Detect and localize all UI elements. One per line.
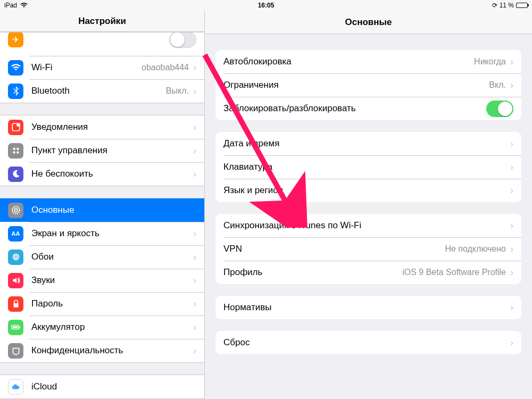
profile-label: Профиль: [223, 267, 402, 278]
profile-value: iOS 9 Beta Software Profile: [402, 268, 506, 277]
password-label: Пароль: [31, 298, 193, 309]
row-autolock[interactable]: Автоблокировка Никогда ›: [215, 50, 521, 73]
chevron-icon: ›: [193, 146, 196, 155]
svg-point-5: [16, 151, 19, 154]
svg-point-16: [15, 348, 16, 349]
language-label: Язык и регион: [223, 185, 510, 196]
row-airplane-partial[interactable]: ✈: [0, 32, 204, 56]
gear-icon: [8, 203, 23, 218]
chevron-icon: ›: [193, 299, 196, 309]
svg-point-1: [16, 123, 20, 127]
detail-title: Основные: [205, 11, 532, 34]
svg-rect-12: [13, 303, 18, 307]
row-general[interactable]: Основные: [0, 198, 204, 222]
bluetooth-value: Выкл.: [166, 86, 189, 96]
autolock-value: Никогда: [474, 57, 506, 66]
chevron-icon: ›: [510, 139, 513, 148]
chevron-icon: ›: [193, 322, 196, 332]
battery-icon: [8, 320, 23, 335]
svg-point-11: [14, 254, 17, 260]
device-label: iPad: [4, 2, 17, 9]
chevron-icon: ›: [193, 122, 196, 132]
chevron-icon: ›: [510, 186, 513, 195]
row-reset[interactable]: Сброс ›: [215, 331, 521, 354]
chevron-icon: ›: [510, 162, 513, 172]
lock-unlock-toggle[interactable]: [486, 101, 513, 117]
chevron-icon: ›: [510, 268, 513, 277]
sounds-icon: [8, 273, 23, 288]
wallpaper-icon: [8, 250, 23, 265]
privacy-label: Конфиденциальность: [31, 345, 193, 356]
control-center-label: Пункт управления: [31, 145, 193, 156]
chevron-icon: ›: [510, 57, 513, 66]
row-itunes-wifi-sync[interactable]: Синхронизация с iTunes по Wi-Fi ›: [215, 214, 521, 237]
airplane-toggle[interactable]: [169, 32, 196, 48]
wifi-icon: [20, 3, 28, 8]
bluetooth-label: Bluetooth: [31, 86, 166, 96]
row-wifi[interactable]: Wi-Fi obaobab444 ›: [0, 56, 204, 79]
svg-point-3: [16, 147, 19, 150]
settings-sidebar: Настройки ✈ Wi-Fi obaobab444 › Bluetooth: [0, 11, 205, 399]
svg-point-2: [13, 147, 15, 150]
general-label: Основные: [31, 205, 196, 215]
svg-point-8: [13, 254, 19, 260]
vpn-label: VPN: [223, 244, 445, 254]
row-profile[interactable]: Профиль iOS 9 Beta Software Profile ›: [215, 261, 521, 284]
row-datetime[interactable]: Дата и время ›: [215, 132, 521, 155]
control-center-icon: [8, 143, 23, 159]
lock-icon: [8, 296, 23, 312]
vpn-value: Не подключено: [445, 244, 506, 254]
bluetooth-icon: [8, 84, 23, 99]
row-regulatory[interactable]: Нормативы ›: [215, 296, 521, 319]
wifi-value: obaobab444: [142, 63, 189, 72]
row-display[interactable]: AA Экран и яркость ›: [0, 222, 204, 245]
row-control-center[interactable]: Пункт управления ›: [0, 139, 204, 162]
chevron-icon: ›: [510, 338, 513, 347]
row-restrictions[interactable]: Ограничения Вкл. ›: [215, 73, 521, 97]
chevron-icon: ›: [193, 229, 196, 238]
keyboard-label: Клавиатура: [223, 162, 510, 172]
row-sounds[interactable]: Звуки ›: [0, 269, 204, 292]
status-bar: iPad 16:05 ⟳ 11 %: [0, 0, 532, 11]
chevron-icon: ›: [510, 221, 513, 230]
row-language[interactable]: Язык и регион ›: [215, 179, 521, 202]
group-alerts: Уведомления › Пункт управления › Не бесп…: [0, 115, 204, 186]
group-regulatory: Нормативы ›: [215, 296, 521, 319]
airplane-icon: ✈: [8, 32, 23, 47]
chevron-icon: ›: [510, 80, 513, 90]
display-label: Экран и яркость: [31, 228, 193, 239]
sounds-label: Звуки: [31, 275, 193, 286]
row-password[interactable]: Пароль ›: [0, 292, 204, 315]
chevron-icon: ›: [510, 303, 513, 312]
group-general: Основные AA Экран и яркость › Обои › Зву…: [0, 198, 204, 363]
row-dnd[interactable]: Не беспокоить ›: [0, 162, 204, 186]
detail-pane: Основные Автоблокировка Никогда › Ограни…: [205, 11, 532, 399]
wifi-label: Wi-Fi: [31, 62, 142, 73]
chevron-icon: ›: [193, 86, 196, 96]
row-privacy[interactable]: Конфиденциальность ›: [0, 339, 204, 362]
dnd-icon: [8, 167, 23, 182]
lock-unlock-label: Заблокировать/разблокировать: [223, 103, 486, 114]
chevron-icon: ›: [193, 169, 196, 179]
row-battery[interactable]: Аккумулятор ›: [0, 315, 204, 339]
row-wallpaper[interactable]: Обои ›: [0, 245, 204, 269]
row-lock-unlock[interactable]: Заблокировать/разблокировать: [215, 97, 521, 120]
dnd-label: Не беспокоить: [31, 169, 193, 179]
sidebar-title: Настройки: [0, 11, 204, 32]
chevron-icon: ›: [193, 346, 196, 355]
row-keyboard[interactable]: Клавиатура ›: [215, 155, 521, 179]
row-vpn[interactable]: VPN Не подключено ›: [215, 237, 521, 261]
row-icloud[interactable]: iCloud: [0, 375, 204, 398]
chevron-icon: ›: [193, 276, 196, 285]
row-bluetooth[interactable]: Bluetooth Выкл. ›: [0, 79, 204, 103]
group-icloud: iCloud: [0, 375, 204, 399]
group-reset: Сброс ›: [215, 331, 521, 354]
wifi-icon: [8, 60, 23, 76]
chevron-icon: ›: [193, 63, 196, 72]
group-connectivity: ✈ Wi-Fi obaobab444 › Bluetooth Выкл. ›: [0, 32, 204, 103]
svg-point-9: [14, 256, 17, 259]
row-notifications[interactable]: Уведомления ›: [0, 115, 204, 139]
restrictions-value: Вкл.: [489, 80, 506, 90]
group-sync: Синхронизация с iTunes по Wi-Fi › VPN Не…: [215, 214, 521, 284]
group-lockscreen: Автоблокировка Никогда › Ограничения Вкл…: [215, 50, 521, 120]
